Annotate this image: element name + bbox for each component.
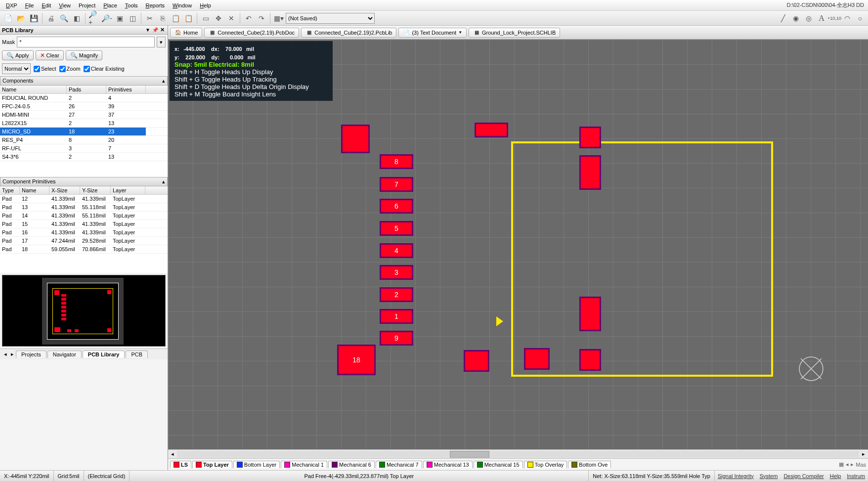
layer-tab[interactable]: LS [170,461,191,468]
apply-button[interactable]: 🔍Apply [2,50,34,60]
col-layer[interactable]: Layer [111,186,145,194]
pad[interactable]: 7 [380,177,413,192]
pad[interactable]: 6 [380,199,413,214]
scroll-thumb[interactable] [450,451,489,458]
undo-icon[interactable]: ↶ [243,12,255,24]
zoom-out-icon[interactable]: 🔎- [101,12,113,24]
col-name[interactable]: Name [0,86,67,93]
preview-pane[interactable] [2,275,166,347]
tool-dim-icon[interactable]: +10,10 [828,12,840,24]
col-pname[interactable]: Name [20,186,49,194]
layer-tab[interactable]: Bottom Layer [233,461,280,468]
grid-icon[interactable]: ▦▾ [273,12,285,24]
tool-text-icon[interactable]: A [816,12,827,24]
table-row[interactable]: Pad1241.339mil41.339milTopLayer [0,195,168,203]
layer-tab[interactable]: Mechanical 1 [281,461,327,468]
layer-next-icon[interactable]: ▸ [851,461,854,468]
tool-circle-icon[interactable]: ○ [854,12,866,24]
menu-window[interactable]: Window [169,1,196,9]
open-icon[interactable]: 📂 [15,12,27,24]
layer-tab[interactable]: Mechanical 15 [474,461,523,468]
table-row[interactable]: Pad1541.339mil41.339milTopLayer [0,220,168,228]
pad[interactable]: 18 [337,345,376,375]
menu-place[interactable]: Place [99,1,121,9]
close-icon[interactable]: ✕ [159,27,166,33]
layer-tab[interactable]: Mechanical 13 [423,461,473,468]
link-instruments[interactable]: Instrum [844,473,868,479]
tab-pcb[interactable]: PCB [126,350,148,358]
link-design-compiler[interactable]: Design Compiler [781,473,826,479]
table-row[interactable]: FPC-24-0.52639 [0,102,168,111]
menu-project[interactable]: Project [75,1,99,9]
zoom-fit-icon[interactable]: ▣ [114,12,126,24]
expand-icon[interactable]: ▴ [162,178,165,185]
magnify-button[interactable]: 🔍Magnify [66,50,103,60]
table-row[interactable]: S4-3*6213 [0,153,168,161]
col-xsize[interactable]: X-Size [49,186,80,194]
chevron-down-icon[interactable]: ▼ [458,30,462,35]
deselect-icon[interactable]: ✕ [225,12,237,24]
tool-line-icon[interactable]: ╱ [777,12,789,24]
pad[interactable]: 5 [380,221,413,236]
layer-prev-icon[interactable]: ◂ [846,461,849,468]
pad[interactable] [341,125,370,153]
pad[interactable] [524,348,550,370]
pad[interactable] [475,123,508,137]
table-row[interactable]: RES_P4820 [0,136,168,144]
preview-icon[interactable]: 🔍 [58,12,70,24]
tabs-right-icon[interactable]: ▸ [9,351,16,357]
tool-via-icon[interactable]: ◉ [790,12,802,24]
clear-existing-checkbox[interactable]: Clear Existing [84,66,125,72]
tool-arc-icon[interactable]: ◠ [841,12,853,24]
layer-nav-icon[interactable]: ▦ [839,461,844,468]
table-row[interactable]: Pad1441.339mil55.118milTopLayer [0,212,168,220]
pad[interactable]: 4 [380,243,413,258]
select-rect-icon[interactable]: ▭ [200,12,212,24]
redo-icon[interactable]: ↷ [256,12,267,24]
zoom-checkbox[interactable]: Zoom [59,66,81,72]
save-icon[interactable]: 💾 [28,12,40,24]
scroll-right-icon[interactable]: ▸ [859,451,868,457]
expand-icon[interactable]: ▴ [162,78,165,84]
copy-icon[interactable]: ⎘ [157,12,169,24]
menu-reports[interactable]: Reports [142,1,169,9]
pad[interactable] [579,297,601,331]
menu-dxp[interactable]: DXP [2,1,21,9]
view-mode-select[interactable]: Normal [2,63,31,74]
pcb-canvas[interactable]: 87654321918 x: -445.000 dx: 70.000 mil y… [168,40,868,449]
zoom-in-icon[interactable]: 🔎+ [88,12,100,24]
doc-tab[interactable]: ▦Ground_Lock_Project.SCHLIB [469,28,560,38]
pad[interactable]: 3 [380,265,413,280]
layer-tab[interactable]: Mechanical 7 [376,461,422,468]
pad[interactable] [579,349,601,371]
scroll-left-icon[interactable]: ◂ [168,451,177,457]
layer-tab[interactable]: Mechanical 6 [328,461,375,468]
paste-icon[interactable]: 📋 [170,12,181,24]
doc-tab[interactable]: ▦Connected_Cube(2.19).PcbDoc [204,28,299,38]
doc-tab[interactable]: 📄(3) Text Document▼ [398,28,467,38]
layer-tab[interactable]: Top Overlay [524,461,567,468]
link-help[interactable]: Help [827,473,844,479]
doc-tab[interactable]: 🏠Home [170,28,202,38]
mask-dropdown-icon[interactable]: ▾ [157,37,166,47]
table-row[interactable]: FIDUCIAL ROUND24 [0,94,168,102]
saved-select[interactable]: (Not Saved) [286,13,375,24]
menu-tools[interactable]: Tools [121,1,142,9]
menu-file[interactable]: File [21,1,38,9]
pad[interactable]: 1 [380,309,413,324]
table-row[interactable]: Pad1747.244mil29.528milTopLayer [0,237,168,245]
table-row[interactable]: Pad1859.055mil70.866milTopLayer [0,245,168,254]
new-icon[interactable]: 📄 [2,12,14,24]
panel-dropdown-icon[interactable]: ▼ [144,27,151,33]
tab-projects[interactable]: Projects [16,350,46,358]
link-signal-integrity[interactable]: Signal Integrity [715,473,757,479]
table-row[interactable]: RF-UFL37 [0,144,168,153]
table-row[interactable]: MICRO_SD1823 [0,128,168,136]
pad[interactable]: 9 [380,331,413,346]
pad[interactable]: 2 [380,287,413,302]
doc-tab[interactable]: ▦Connected_Cube(2.19)2.PcbLib [301,28,396,38]
paste-special-icon[interactable]: 📋 [182,12,194,24]
tool-pad-icon[interactable]: ◎ [803,12,815,24]
col-primitives[interactable]: Primitives [106,86,146,93]
table-row[interactable]: Pad1641.339mil41.339milTopLayer [0,228,168,237]
